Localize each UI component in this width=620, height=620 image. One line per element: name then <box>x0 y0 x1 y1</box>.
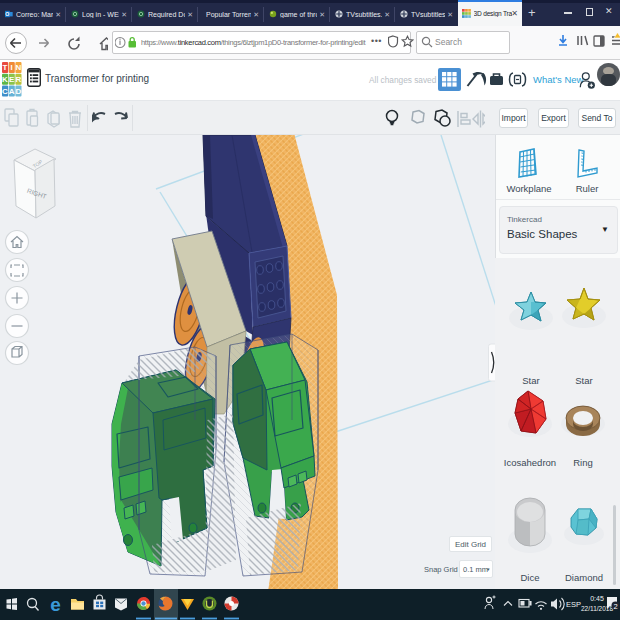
svg-text:Diamond: Diamond <box>565 572 603 583</box>
svg-text:Ring: Ring <box>573 457 593 468</box>
svg-text:E: E <box>9 75 15 84</box>
svg-text:D: D <box>16 87 22 96</box>
svg-text:R: R <box>16 75 22 84</box>
svg-text:e: e <box>50 594 61 615</box>
svg-text:K: K <box>2 75 8 84</box>
svg-text:Star: Star <box>522 375 539 386</box>
svg-text:2: 2 <box>613 602 617 611</box>
svg-text:O: O <box>5 11 9 17</box>
svg-text:Icosahedron: Icosahedron <box>504 457 556 468</box>
svg-text:T: T <box>3 63 8 72</box>
svg-text:C: C <box>2 87 8 96</box>
svg-text:I: I <box>11 63 13 72</box>
svg-text:Star: Star <box>575 375 592 386</box>
svg-text:N: N <box>16 63 22 72</box>
svg-text:Dice: Dice <box>520 572 539 583</box>
svg-text:ESP: ESP <box>566 600 581 609</box>
svg-text:A: A <box>9 87 15 96</box>
svg-text:0:45: 0:45 <box>590 595 604 602</box>
